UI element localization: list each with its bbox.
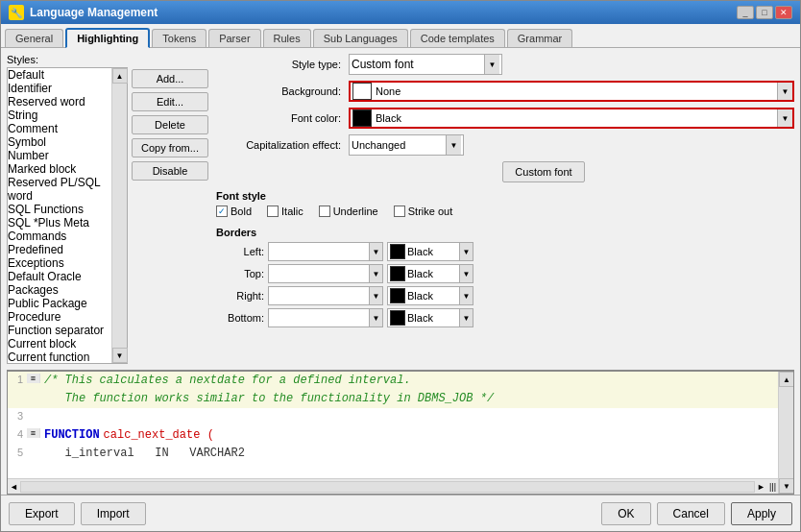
border-top-style-arrow[interactable]: ▼	[369, 265, 382, 282]
font-color-arrow[interactable]: ▼	[777, 109, 792, 127]
border-bottom-style-dropdown[interactable]: ▼	[268, 308, 383, 327]
delete-button[interactable]: Delete	[132, 115, 208, 134]
scroll-up-button[interactable]: ▲	[112, 68, 128, 84]
preview-scroll-down[interactable]: ▼	[779, 478, 794, 494]
bold-checkbox-item[interactable]: ✓ Bold	[216, 206, 252, 217]
border-left-style-dropdown[interactable]: ▼	[268, 242, 383, 261]
close-button[interactable]: ✕	[775, 6, 792, 19]
border-bottom-style-arrow[interactable]: ▼	[369, 309, 382, 326]
maximize-button[interactable]: □	[756, 6, 773, 19]
border-left-color-value: Black	[407, 246, 459, 257]
border-top-row: Top: ▼ Black ▼	[216, 264, 794, 283]
tab-tokens[interactable]: Tokens	[152, 29, 206, 47]
style-item-sql-plus[interactable]: SQL *Plus Meta Commands	[8, 216, 111, 243]
border-left-color-dropdown[interactable]: Black ▼	[387, 242, 473, 261]
styles-scrollbar[interactable]: ▲ ▼	[111, 68, 127, 363]
borders-label: Borders	[216, 227, 794, 238]
disable-button[interactable]: Disable	[132, 161, 208, 181]
border-right-color-dropdown[interactable]: Black ▼	[387, 286, 473, 305]
add-button[interactable]: Add...	[132, 69, 208, 88]
style-item-current-function[interactable]: Current function	[8, 351, 111, 363]
hscroll-right-arrow[interactable]: ►	[755, 482, 767, 492]
title-controls: _ □ ✕	[737, 6, 792, 19]
tab-code-templates[interactable]: Code templates	[410, 29, 505, 47]
background-dropdown[interactable]: None ▼	[349, 81, 794, 102]
border-bottom-row: Bottom: ▼ Black ▼	[216, 308, 794, 327]
style-item-reserved-plsql[interactable]: Reserved PL/SQL word	[8, 176, 111, 203]
preview-scrollbar-vertical[interactable]: ▲ ▼	[778, 372, 793, 494]
strikeout-checkbox-item[interactable]: Strike out	[394, 206, 452, 217]
tab-general[interactable]: General	[5, 29, 63, 47]
underline-label: Underline	[333, 206, 378, 217]
custom-font-button[interactable]: Custom font	[502, 161, 584, 182]
underline-checkbox[interactable]	[319, 206, 330, 217]
bold-label: Bold	[231, 206, 252, 217]
ok-button[interactable]: OK	[601, 502, 650, 525]
style-item-symbol[interactable]: Symbol	[8, 135, 111, 149]
border-top-color-arrow[interactable]: ▼	[459, 265, 473, 282]
content-area: Styles: Default Identifier Reserved word…	[1, 48, 800, 370]
strikeout-checkbox[interactable]	[394, 206, 405, 217]
font-color-dropdown[interactable]: Black ▼	[349, 108, 794, 129]
border-right-color-value: Black	[407, 290, 459, 302]
border-right-style-dropdown[interactable]: ▼	[268, 286, 383, 305]
tab-parser[interactable]: Parser	[208, 29, 260, 47]
import-button[interactable]: Import	[81, 502, 146, 525]
preview-line-3: 3	[8, 408, 778, 426]
border-bottom-color-dropdown[interactable]: Black ▼	[387, 308, 473, 327]
preview-scroll-up[interactable]: ▲	[779, 372, 794, 387]
left-panel: Styles: Default Identifier Reserved word…	[7, 54, 208, 364]
style-item-number[interactable]: Number	[8, 149, 111, 162]
border-left-color-arrow[interactable]: ▼	[459, 243, 473, 260]
export-button[interactable]: Export	[9, 502, 75, 525]
preview-code-3	[40, 410, 51, 423]
edit-button[interactable]: Edit...	[132, 92, 208, 111]
copy-from-button[interactable]: Copy from...	[132, 138, 208, 157]
window-title: Language Management	[30, 6, 158, 19]
border-top-color-dropdown[interactable]: Black ▼	[387, 264, 473, 283]
style-item-function-sep[interactable]: Function separator	[8, 324, 111, 337]
style-item-comment[interactable]: Comment	[8, 122, 111, 135]
preview-scroll-track-v	[779, 387, 793, 478]
scroll-down-button[interactable]: ▼	[112, 348, 128, 363]
italic-checkbox[interactable]	[267, 206, 279, 217]
border-right-style-arrow[interactable]: ▼	[369, 287, 382, 304]
style-item-default-oracle[interactable]: Default Oracle Packages	[8, 270, 111, 297]
cancel-button[interactable]: Cancel	[657, 502, 725, 525]
cap-effect-dropdown[interactable]: Unchanged ▼	[349, 134, 464, 156]
style-item-reserved-word[interactable]: Reserved word	[8, 95, 111, 109]
style-item-string[interactable]: String	[8, 109, 111, 122]
scroll-track[interactable]	[112, 84, 127, 348]
style-item-marked-block[interactable]: Marked block	[8, 162, 111, 176]
tab-highlighting[interactable]: Highlighting	[65, 28, 150, 48]
border-top-label: Top:	[216, 268, 264, 279]
style-item-sql-functions[interactable]: SQL Functions	[8, 203, 111, 216]
bold-checkbox[interactable]: ✓	[216, 206, 228, 217]
minimize-button[interactable]: _	[737, 6, 754, 19]
border-right-color-arrow[interactable]: ▼	[459, 287, 473, 304]
style-type-arrow[interactable]: ▼	[484, 55, 499, 74]
preview-scrollbar-horizontal[interactable]: ◄ ► |||	[8, 478, 778, 494]
background-arrow[interactable]: ▼	[777, 83, 792, 100]
hscroll-left-arrow[interactable]: ◄	[8, 482, 20, 492]
background-color-box	[352, 83, 372, 100]
style-item-public-package[interactable]: Public Package Procedure	[8, 297, 111, 324]
style-item-current-block[interactable]: Current block	[8, 337, 111, 351]
border-top-style-dropdown[interactable]: ▼	[268, 264, 383, 283]
style-item-default[interactable]: Default	[8, 68, 111, 82]
style-type-dropdown[interactable]: Custom font ▼	[349, 54, 502, 75]
styles-list[interactable]: Default Identifier Reserved word String …	[8, 68, 111, 363]
style-item-predefined-exceptions[interactable]: Predefined Exceptions	[8, 243, 111, 270]
style-item-identifier[interactable]: Identifier	[8, 82, 111, 95]
font-style-label: Font style	[216, 190, 794, 202]
cap-effect-arrow[interactable]: ▼	[446, 135, 461, 155]
tab-grammar[interactable]: Grammar	[507, 29, 572, 47]
border-left-style-arrow[interactable]: ▼	[369, 243, 382, 260]
underline-checkbox-item[interactable]: Underline	[319, 206, 378, 217]
italic-checkbox-item[interactable]: Italic	[267, 206, 303, 217]
tab-sub-languages[interactable]: Sub Languages	[313, 29, 408, 47]
tab-rules[interactable]: Rules	[263, 29, 311, 47]
code-preview: 1 ≡ /* This calculates a nextdate for a …	[8, 372, 778, 478]
apply-button[interactable]: Apply	[731, 502, 792, 525]
border-bottom-color-arrow[interactable]: ▼	[459, 309, 473, 326]
